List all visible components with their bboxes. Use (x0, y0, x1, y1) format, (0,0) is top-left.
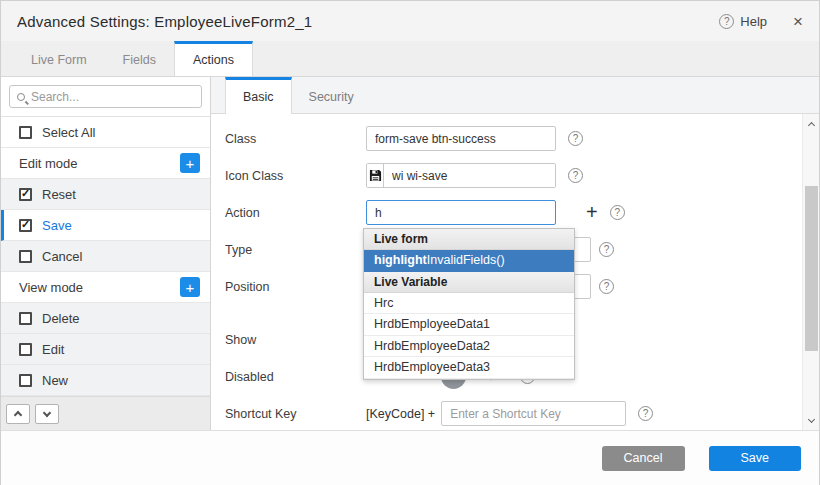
save-checkbox[interactable] (19, 219, 32, 232)
save-label: Save (42, 218, 72, 233)
dropdown-option-hrdbemployeedata2[interactable]: HrdbEmployeeData2 (364, 336, 574, 358)
dropdown-group-live-variable: Live Variable (364, 272, 574, 293)
cancel-button[interactable]: Cancel (602, 446, 685, 471)
icon-class-input[interactable] (384, 164, 555, 187)
title-bar: Advanced Settings: EmployeeLiveForm2_1 H… (1, 1, 819, 41)
position-help-icon[interactable] (599, 279, 614, 294)
cancel-label: Cancel (42, 249, 82, 264)
edit-label: Edit (42, 342, 64, 357)
show-label: Show (225, 333, 366, 347)
sidebar-item-select-all[interactable]: Select All (1, 117, 210, 148)
dropdown-option-highlight-invalid-fields[interactable]: highlightInvalidFields() (364, 250, 574, 272)
reset-checkbox[interactable] (19, 188, 32, 201)
action-autocomplete-dropdown: Live form highlightInvalidFields() Live … (363, 228, 575, 380)
reorder-bar (1, 396, 210, 430)
sidebar-group-edit-mode: Edit mode (1, 148, 210, 179)
move-up-button[interactable] (6, 404, 30, 424)
save-floppy-icon (367, 164, 384, 187)
scrollbar-thumb[interactable] (805, 186, 818, 351)
scroll-up-icon[interactable] (803, 116, 820, 132)
reset-label: Reset (42, 187, 76, 202)
tab-actions[interactable]: Actions (174, 41, 253, 76)
search-icon (17, 93, 25, 101)
rest-text: InvalidFields() (427, 253, 505, 267)
help-label: Help (740, 14, 767, 29)
add-view-mode-action-button[interactable] (180, 277, 200, 297)
new-checkbox[interactable] (19, 374, 32, 387)
sidebar-item-save[interactable]: Save (1, 210, 210, 241)
tab-fields[interactable]: Fields (105, 41, 174, 76)
type-label: Type (225, 243, 366, 257)
dropdown-option-hrdbemployeedata3[interactable]: HrdbEmployeeData3 (364, 357, 574, 379)
disabled-label: Disabled (225, 370, 366, 384)
panel-tab-bar: Basic Security (211, 77, 819, 114)
keycode-prefix: [KeyCode] + (366, 407, 435, 421)
tab-live-form[interactable]: Live Form (13, 41, 105, 76)
close-icon[interactable]: × (793, 13, 803, 30)
shortcut-key-row: Shortcut Key [KeyCode] + (211, 395, 819, 432)
actions-sidebar: Select All Edit mode Reset Save Cancel V… (1, 77, 211, 430)
sidebar-group-view-mode: View mode (1, 272, 210, 303)
action-input[interactable] (366, 200, 556, 225)
search-row (1, 77, 210, 117)
tab-basic[interactable]: Basic (225, 77, 292, 114)
save-button[interactable]: Save (709, 446, 802, 471)
advanced-settings-dialog: Advanced Settings: EmployeeLiveForm2_1 H… (0, 0, 820, 485)
move-down-button[interactable] (35, 404, 59, 424)
action-help-icon[interactable] (610, 205, 625, 220)
help-icon (719, 14, 734, 29)
select-all-checkbox[interactable] (19, 126, 32, 139)
edit-mode-label: Edit mode (19, 156, 78, 171)
new-label: New (42, 373, 68, 388)
dropdown-option-hrdbemployeedata1[interactable]: HrdbEmployeeData1 (364, 314, 574, 336)
icon-class-row: Icon Class (211, 157, 819, 194)
class-input[interactable] (366, 126, 556, 151)
search-box[interactable] (9, 85, 202, 108)
cancel-checkbox[interactable] (19, 250, 32, 263)
type-help-icon[interactable] (599, 242, 614, 257)
add-action-icon[interactable]: + (586, 201, 598, 224)
dialog-footer: Cancel Save (1, 431, 819, 485)
class-row: Class (211, 120, 819, 157)
sidebar-item-edit[interactable]: Edit (1, 334, 210, 365)
class-label: Class (225, 132, 366, 146)
action-row: Action + (211, 194, 819, 231)
tab-security[interactable]: Security (292, 77, 371, 113)
panel-scrollbar[interactable] (802, 114, 819, 430)
select-all-label: Select All (42, 125, 95, 140)
dropdown-group-live-form: Live form (364, 229, 574, 250)
icon-class-group (366, 163, 556, 188)
help-button[interactable]: Help (719, 14, 767, 29)
search-input[interactable] (31, 90, 181, 104)
action-settings-panel: Basic Security Class Icon Class (211, 77, 819, 430)
add-edit-mode-action-button[interactable] (180, 153, 200, 173)
edit-checkbox[interactable] (19, 343, 32, 356)
delete-checkbox[interactable] (19, 312, 32, 325)
sidebar-item-delete[interactable]: Delete (1, 303, 210, 334)
scroll-down-icon[interactable] (803, 412, 820, 428)
icon-class-help-icon[interactable] (568, 168, 583, 183)
shortcut-key-input[interactable] (441, 401, 626, 426)
shortcut-key-label: Shortcut Key (225, 407, 366, 421)
match-text: highlight (374, 253, 427, 267)
dialog-title: Advanced Settings: EmployeeLiveForm2_1 (17, 13, 312, 30)
main-tab-bar: Live Form Fields Actions (1, 41, 819, 77)
icon-class-label: Icon Class (225, 169, 366, 183)
position-label: Position (225, 280, 366, 294)
class-help-icon[interactable] (568, 131, 583, 146)
delete-label: Delete (42, 311, 80, 326)
sidebar-item-cancel[interactable]: Cancel (1, 241, 210, 272)
dropdown-option-hrc[interactable]: Hrc (364, 293, 574, 315)
shortcut-help-icon[interactable] (638, 406, 653, 421)
chevron-up-icon (14, 411, 22, 419)
sidebar-item-new[interactable]: New (1, 365, 210, 396)
view-mode-label: View mode (19, 280, 83, 295)
action-label: Action (225, 206, 366, 220)
sidebar-item-reset[interactable]: Reset (1, 179, 210, 210)
dialog-body: Select All Edit mode Reset Save Cancel V… (1, 77, 819, 431)
chevron-down-icon (43, 408, 51, 416)
